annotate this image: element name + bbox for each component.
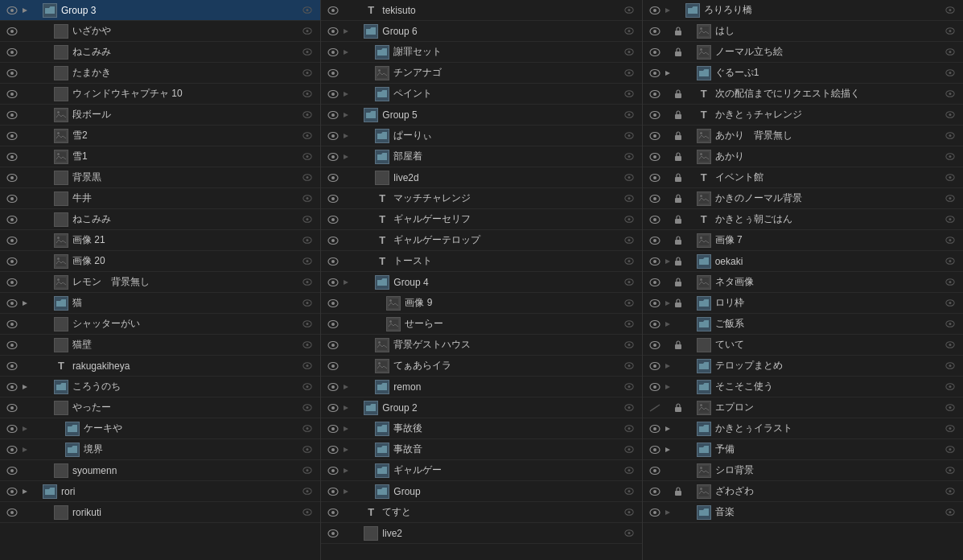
expand-icon[interactable] xyxy=(21,299,29,308)
lock-icon[interactable] xyxy=(352,26,361,37)
eye-icon[interactable] xyxy=(326,296,340,311)
eye-right-icon[interactable] xyxy=(300,45,315,60)
expand-icon[interactable] xyxy=(21,173,29,183)
lock-icon[interactable] xyxy=(673,381,683,393)
lock-icon[interactable] xyxy=(352,486,361,497)
layer-item[interactable]: エプロン xyxy=(643,397,963,418)
eye-right-icon[interactable] xyxy=(943,338,957,352)
eye-right-icon[interactable] xyxy=(300,171,315,185)
layer-item[interactable]: かきのノーマル背景 xyxy=(643,188,963,209)
lock-icon[interactable] xyxy=(673,214,683,225)
eye-right-icon[interactable] xyxy=(943,150,957,164)
lock-icon[interactable] xyxy=(31,381,40,393)
lock-icon[interactable] xyxy=(31,298,40,309)
eye-icon[interactable] xyxy=(648,212,662,227)
eye-right-icon[interactable] xyxy=(622,191,636,206)
eye-right-icon[interactable] xyxy=(622,296,636,311)
layer-item[interactable]: ざわざわ xyxy=(643,481,963,502)
expand-icon[interactable] xyxy=(21,236,29,245)
layer-item[interactable]: oekaki xyxy=(643,251,963,272)
expand-icon[interactable] xyxy=(21,257,29,266)
expand-icon[interactable] xyxy=(342,466,350,476)
lock-icon[interactable] xyxy=(352,277,361,288)
eye-right-icon[interactable] xyxy=(943,422,957,436)
eye-icon[interactable] xyxy=(648,171,662,185)
layer-item[interactable]: かきとぅイラスト xyxy=(643,418,963,439)
eye-icon[interactable] xyxy=(648,150,662,164)
eye-icon[interactable] xyxy=(648,45,662,60)
lock-icon[interactable] xyxy=(352,319,361,330)
eye-right-icon[interactable] xyxy=(943,317,957,331)
lock-icon[interactable] xyxy=(31,256,40,267)
layer-item[interactable]: Group 4 xyxy=(321,272,641,293)
lock-icon[interactable] xyxy=(673,340,683,351)
expand-icon[interactable] xyxy=(342,236,350,245)
lock-icon[interactable] xyxy=(352,423,361,434)
eye-right-icon[interactable] xyxy=(622,254,636,269)
eye-icon[interactable] xyxy=(326,87,340,101)
layer-item[interactable]: syoumenn xyxy=(0,460,320,481)
eye-right-icon[interactable] xyxy=(300,66,315,80)
eye-icon[interactable] xyxy=(326,275,340,290)
eye-right-icon[interactable] xyxy=(300,296,315,311)
layer-item[interactable]: はし xyxy=(643,21,963,42)
expand-icon[interactable] xyxy=(342,173,350,183)
lock-icon[interactable] xyxy=(673,151,683,163)
layer-item[interactable]: ネタ画像 xyxy=(643,272,963,293)
expand-icon[interactable] xyxy=(342,110,350,120)
lock-icon[interactable] xyxy=(352,193,361,204)
lock-icon[interactable] xyxy=(352,402,361,414)
layer-item[interactable]: 背景ゲストハウス xyxy=(321,335,641,356)
eye-icon[interactable] xyxy=(5,317,19,331)
expand-icon[interactable] xyxy=(21,508,29,517)
eye-icon[interactable] xyxy=(5,212,19,227)
expand-icon[interactable] xyxy=(664,361,672,371)
expand-icon[interactable] xyxy=(21,361,29,371)
eye-icon[interactable] xyxy=(5,359,19,373)
lock-icon[interactable] xyxy=(352,381,361,393)
expand-icon[interactable] xyxy=(342,131,350,141)
eye-right-icon[interactable] xyxy=(300,484,315,499)
eye-icon[interactable] xyxy=(648,254,662,269)
expand-icon[interactable] xyxy=(664,68,672,78)
layer-item[interactable]: あかり 背景無し xyxy=(643,126,963,146)
eye-right-icon[interactable] xyxy=(622,380,636,394)
lock-icon[interactable] xyxy=(352,89,361,100)
layer-item[interactable]: ろりろり橋 xyxy=(643,0,963,21)
eye-right-icon[interactable] xyxy=(300,275,315,290)
expand-icon[interactable] xyxy=(342,319,350,329)
eye-right-icon[interactable] xyxy=(300,212,315,227)
eye-right-icon[interactable] xyxy=(943,254,957,269)
eye-right-icon[interactable] xyxy=(943,87,957,101)
eye-icon[interactable] xyxy=(326,463,340,478)
expand-icon[interactable] xyxy=(342,47,350,57)
expand-icon[interactable] xyxy=(342,424,350,434)
expand-icon[interactable] xyxy=(664,110,672,120)
expand-icon[interactable] xyxy=(342,445,350,455)
eye-icon[interactable] xyxy=(326,254,340,269)
expand-icon[interactable] xyxy=(664,173,672,183)
lock-icon[interactable] xyxy=(31,319,40,330)
eye-icon[interactable] xyxy=(326,24,340,39)
layer-item[interactable]: Group 3 xyxy=(0,0,320,21)
eye-icon[interactable] xyxy=(326,505,340,520)
layer-item[interactable]: せーらー xyxy=(321,314,641,335)
eye-right-icon[interactable] xyxy=(943,3,957,18)
expand-icon[interactable] xyxy=(342,508,350,517)
eye-right-icon[interactable] xyxy=(943,275,957,290)
expand-icon[interactable] xyxy=(664,403,672,413)
lock-icon[interactable] xyxy=(31,5,40,16)
eye-icon[interactable] xyxy=(648,66,662,80)
lock-icon[interactable] xyxy=(673,423,683,434)
eye-icon[interactable] xyxy=(326,443,340,457)
eye-icon[interactable] xyxy=(5,443,19,457)
expand-icon[interactable] xyxy=(21,47,29,57)
lock-icon[interactable] xyxy=(673,444,683,455)
lock-icon[interactable] xyxy=(31,47,40,58)
eye-icon[interactable] xyxy=(5,191,19,206)
eye-right-icon[interactable] xyxy=(622,443,636,457)
lock-icon[interactable] xyxy=(673,5,683,16)
eye-right-icon[interactable] xyxy=(622,233,636,248)
eye-icon[interactable] xyxy=(326,66,340,80)
eye-icon[interactable] xyxy=(5,275,19,290)
